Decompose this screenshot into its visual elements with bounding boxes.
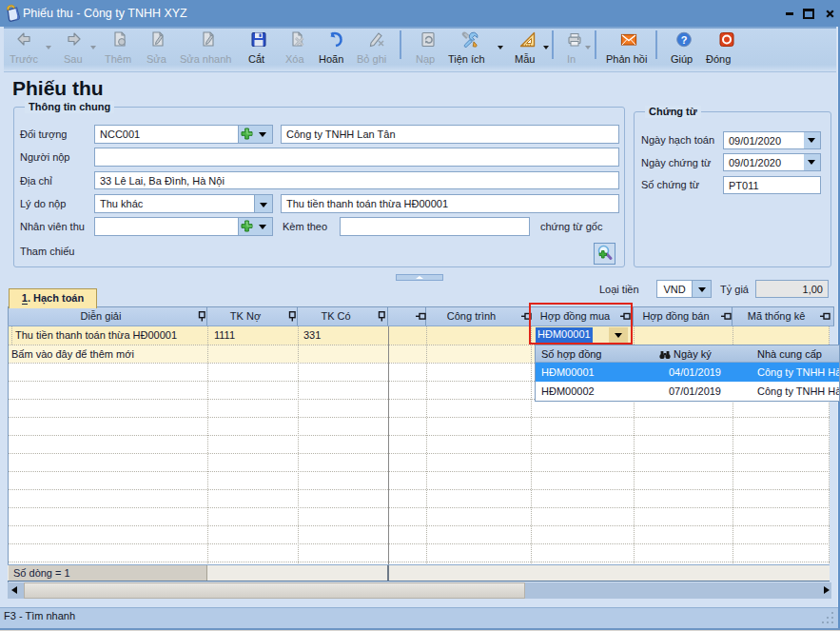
svg-text:?: ? xyxy=(681,34,688,46)
